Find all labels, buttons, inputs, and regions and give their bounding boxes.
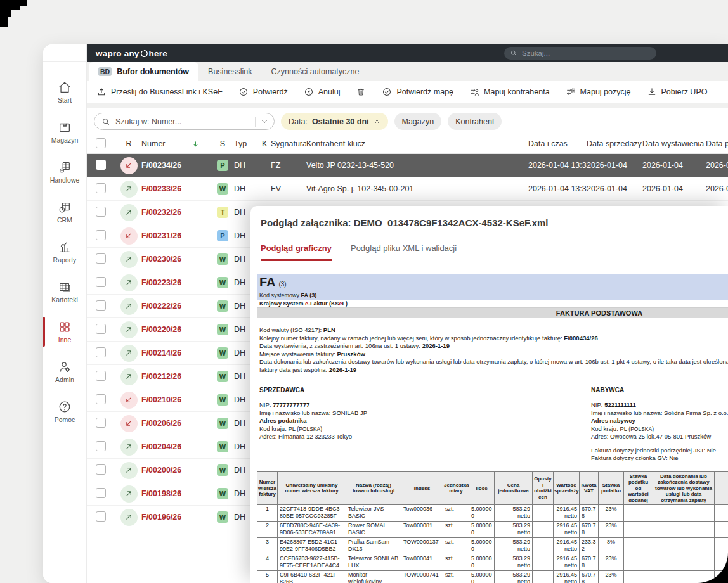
tab-czynności-automatyczne[interactable]: Czynności automatyczne bbox=[262, 62, 369, 81]
close-icon[interactable] bbox=[374, 118, 380, 125]
row-checkbox[interactable] bbox=[96, 441, 106, 451]
cell-status: W bbox=[211, 464, 234, 476]
toolbar-button-mapuj-kontrahenta[interactable]: Mapuj kontrahenta bbox=[469, 87, 550, 97]
upload-icon bbox=[96, 87, 107, 97]
global-search-input[interactable]: Szukaj... bbox=[504, 47, 656, 60]
row-checkbox[interactable] bbox=[96, 324, 106, 334]
sidebar-item-magazyn[interactable]: Magazyn bbox=[43, 112, 86, 152]
search-input[interactable]: Szukaj w: Numer... bbox=[94, 113, 275, 130]
doc-number-link[interactable]: F/00220/26 bbox=[141, 325, 181, 334]
table-row[interactable]: F/00233/26 W DH FV Vit-Agro Sp. j. 102-3… bbox=[87, 177, 728, 201]
sidebar-item-handlowe[interactable]: Handlowe bbox=[43, 152, 86, 192]
row-checkbox[interactable] bbox=[96, 230, 106, 240]
incoming-document-icon bbox=[120, 415, 138, 432]
items-cell: Telewizor SONILAB LUX bbox=[346, 554, 401, 571]
tab-podglad-xml[interactable]: Podgląd pliku XML i walidacji bbox=[351, 243, 457, 260]
sidebar-item-raporty[interactable]: Raporty bbox=[43, 232, 86, 272]
row-checkbox[interactable] bbox=[96, 183, 106, 193]
tab-bufor-dokumentów[interactable]: BDBufor dokumentów bbox=[89, 62, 198, 81]
table-row[interactable]: F/00234/26 P DH FZ Velto JP 0232-13-45-5… bbox=[87, 154, 728, 177]
doc-number-link[interactable]: F/00210/26 bbox=[141, 395, 181, 404]
column-header-data-i-czas[interactable]: Data i czas bbox=[528, 139, 587, 148]
sort-desc-icon[interactable] bbox=[192, 140, 200, 148]
column-header-data-sprzedazy[interactable]: Data sprzedaży bbox=[587, 139, 642, 148]
doc-number-link[interactable]: F/00223/26 bbox=[141, 278, 181, 287]
table-header: R Numer S Typ K Sygnatura Kontrahent klu… bbox=[87, 134, 728, 154]
toolbar-button-trash[interactable] bbox=[356, 87, 366, 97]
column-header-r[interactable]: R bbox=[116, 139, 141, 148]
map-contractor-icon bbox=[469, 87, 479, 97]
column-header-typ[interactable]: Typ bbox=[234, 139, 262, 148]
doc-number-link[interactable]: F/00200/26 bbox=[141, 466, 181, 475]
toolbar-button-prześlij-do-businesslink-i-ksef[interactable]: Prześlij do BusinessLink i KSeF bbox=[96, 87, 223, 97]
doc-number-link[interactable]: F/00222/26 bbox=[141, 302, 181, 311]
doc-number-link[interactable]: F/00198/26 bbox=[141, 489, 181, 498]
column-header-data-wystawienia[interactable]: Data wystawienia bbox=[642, 139, 706, 148]
buyer-nip-value: 5221111111 bbox=[604, 401, 636, 408]
sidebar-item-start[interactable]: Start bbox=[43, 72, 86, 112]
doc-number-link[interactable]: F/00231/26 bbox=[141, 231, 181, 240]
check-circle-icon bbox=[238, 87, 249, 97]
doc-number-link[interactable]: F/00230/26 bbox=[141, 255, 181, 264]
attachment-preview-modal: Podgląd załącznika: DEMO_013478C9F1342AC… bbox=[250, 206, 728, 583]
toolbar-button-potwierdź-mapę[interactable]: Potwierdź mapę bbox=[382, 87, 453, 97]
column-header-k[interactable]: K bbox=[262, 139, 271, 148]
page: StartMagazynHandloweCRMRaportyKartotekiI… bbox=[0, 0, 728, 583]
tab-podglad-graficzny[interactable]: Podgląd graficzny bbox=[261, 243, 332, 261]
toolbar-button-anuluj[interactable]: Anuluj bbox=[304, 87, 341, 97]
toolbar-button-mapuj-pozycję[interactable]: Mapuj pozycję bbox=[566, 87, 631, 97]
row-checkbox[interactable] bbox=[96, 464, 106, 475]
column-header-kontrahent[interactable]: Kontrahent klucz bbox=[306, 139, 528, 148]
row-checkbox[interactable] bbox=[96, 347, 106, 357]
items-row: 3E4268807-E5D2-41C1-99E2-9FF3406D5BB2Pra… bbox=[257, 538, 728, 554]
doc-number-link[interactable]: F/00234/26 bbox=[141, 161, 181, 170]
outgoing-document-icon bbox=[120, 485, 138, 503]
sidebar-item-crm[interactable]: CRM bbox=[43, 192, 86, 232]
doc-number-link[interactable]: F/00214/26 bbox=[141, 349, 181, 357]
doc-number-link[interactable]: F/00196/26 bbox=[141, 513, 181, 522]
row-checkbox[interactable] bbox=[96, 394, 106, 404]
cell-checkbox bbox=[87, 324, 116, 336]
row-checkbox[interactable] bbox=[96, 511, 106, 522]
doc-number-link[interactable]: F/00212/26 bbox=[141, 372, 181, 381]
items-column-header: Stawka podatku bbox=[599, 471, 624, 505]
column-header-data-po[interactable]: Data po bbox=[706, 139, 728, 148]
column-header-sygnatura[interactable]: Sygnatura bbox=[271, 139, 306, 148]
cell-data-wystawienia: 2026-01-04 bbox=[642, 184, 706, 193]
seller-address: Adres: Himanara 12 323233 Tokyo bbox=[259, 433, 591, 441]
toolbar-button-pobierz-upo[interactable]: Pobierz UPO bbox=[647, 87, 708, 97]
cell-direction bbox=[116, 298, 141, 315]
doc-number-link[interactable]: F/00204/26 bbox=[141, 442, 181, 451]
cell-checkbox bbox=[87, 418, 116, 430]
column-header-s[interactable]: S bbox=[211, 139, 234, 148]
doc-number-link[interactable]: F/00233/26 bbox=[141, 184, 181, 193]
row-checkbox[interactable] bbox=[96, 371, 106, 381]
sidebar-item-admin[interactable]: Admin bbox=[43, 352, 86, 392]
search-icon bbox=[510, 49, 522, 57]
items-column-header: Numer wiersza faktury bbox=[257, 471, 278, 505]
header-checkbox[interactable] bbox=[96, 138, 106, 148]
row-checkbox[interactable] bbox=[96, 488, 106, 498]
cell-status: W bbox=[211, 347, 234, 359]
row-checkbox[interactable] bbox=[96, 160, 106, 170]
items-cell: 583.29 netto bbox=[495, 538, 533, 554]
chevron-down-icon[interactable] bbox=[260, 117, 269, 126]
invoice-preview: FA (3) Kod systemowy FA (3) Krajowy Syst… bbox=[257, 274, 728, 583]
row-checkbox[interactable] bbox=[96, 300, 106, 311]
row-checkbox[interactable] bbox=[96, 207, 106, 217]
filter-chip-kontrahent[interactable]: Kontrahent bbox=[448, 113, 502, 130]
help-icon bbox=[58, 400, 72, 414]
doc-number-link[interactable]: F/00232/26 bbox=[141, 208, 181, 217]
tab-businesslink[interactable]: Businesslink bbox=[198, 62, 261, 81]
sidebar-item-inne[interactable]: Inne bbox=[43, 312, 86, 352]
toolbar-button-potwierdź[interactable]: Potwierdź bbox=[238, 87, 288, 97]
row-checkbox[interactable] bbox=[96, 277, 106, 287]
filter-chip-magazyn[interactable]: Magazyn bbox=[394, 113, 442, 130]
row-checkbox[interactable] bbox=[96, 418, 106, 428]
filter-chip-data-[interactable]: Data:Ostatnie 30 dni bbox=[281, 113, 388, 130]
column-header-numer[interactable]: Numer bbox=[141, 139, 211, 148]
sidebar-item-kartoteki[interactable]: Kartoteki bbox=[43, 272, 86, 312]
sidebar-item-pomoc[interactable]: Pomoc bbox=[43, 392, 86, 432]
row-checkbox[interactable] bbox=[96, 253, 106, 264]
doc-number-link[interactable]: F/00206/26 bbox=[141, 419, 181, 428]
